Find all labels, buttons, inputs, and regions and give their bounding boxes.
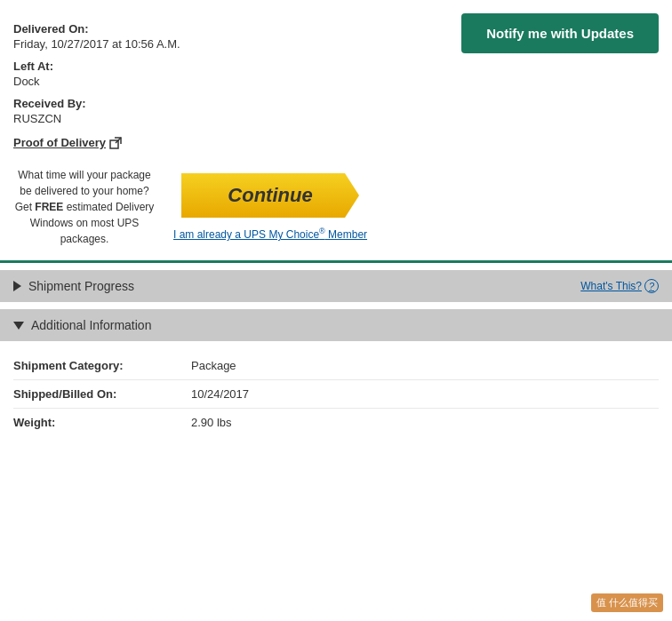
proof-of-delivery-link[interactable]: Proof of Delivery [13, 136, 122, 149]
continue-button[interactable]: Continue [181, 173, 359, 218]
shipped-billed-value: 10/24/2017 [191, 387, 249, 401]
shipment-progress-title: Shipment Progress [28, 279, 134, 293]
info-row-category: Shipment Category: Package [13, 352, 659, 380]
question-icon: ? [644, 279, 659, 293]
promo-text: What time will your package be delivered… [13, 167, 156, 247]
shipment-category-value: Package [191, 359, 236, 372]
left-at-label: Left At: [13, 60, 444, 73]
ups-member-link-text: I am already a UPS My Choice® Member [173, 228, 367, 241]
shipment-progress-left: Shipment Progress [13, 279, 134, 293]
info-row-shipped: Shipped/Billed On: 10/24/2017 [13, 380, 659, 409]
shipped-billed-label: Shipped/Billed On: [13, 387, 191, 401]
continue-btn-wrapper: Continue I am already a UPS My Choice® M… [173, 173, 367, 241]
received-by-label: Received By: [13, 97, 444, 110]
delivered-on-value: Friday, 10/27/2017 at 10:56 A.M. [13, 37, 444, 51]
green-divider [0, 260, 672, 263]
promo-free-text: FREE [35, 201, 63, 213]
notify-button-container: Notify me with Updates [461, 13, 659, 53]
shipment-progress-header[interactable]: Shipment Progress What's This? ? [0, 270, 672, 302]
promo-continue-section: What time will your package be delivered… [0, 158, 672, 260]
whats-this-link[interactable]: What's This? ? [580, 279, 659, 293]
whats-this-label: What's This? [580, 280, 642, 292]
proof-of-delivery-label: Proof of Delivery [13, 136, 106, 149]
delivered-on-label: Delivered On: [13, 22, 444, 36]
left-at-value: Dock [13, 75, 444, 88]
received-by-value: RUSZCN [13, 112, 444, 125]
shipment-category-label: Shipment Category: [13, 359, 191, 372]
additional-info-header[interactable]: Additional Information [0, 309, 672, 341]
external-link-icon [109, 137, 122, 149]
notify-updates-button[interactable]: Notify me with Updates [461, 13, 659, 53]
weight-value: 2.90 lbs [191, 416, 232, 429]
weight-label: Weight: [13, 416, 191, 429]
ups-member-link[interactable]: I am already a UPS My Choice® Member [173, 227, 367, 241]
delivery-info: Delivered On: Friday, 10/27/2017 at 10:5… [13, 13, 444, 149]
collapse-icon [13, 322, 24, 330]
expand-icon [13, 281, 21, 291]
top-section: Delivered On: Friday, 10/27/2017 at 10:5… [0, 0, 672, 158]
additional-info-section: Additional Information Shipment Category… [0, 309, 672, 447]
info-row-weight: Weight: 2.90 lbs [13, 409, 659, 436]
additional-info-left: Additional Information [13, 318, 151, 332]
additional-info-title: Additional Information [31, 318, 151, 332]
additional-info-content: Shipment Category: Package Shipped/Bille… [0, 341, 672, 447]
